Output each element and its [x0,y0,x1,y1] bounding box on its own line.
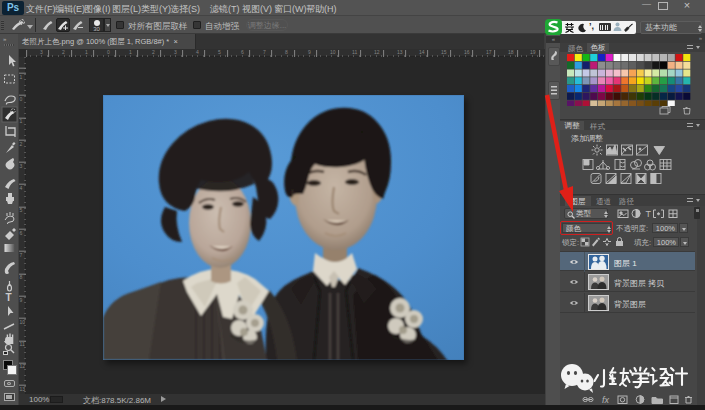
svg-text:fx: fx [602,395,610,404]
svg-text:T: T [646,209,652,219]
svg-text:T: T [6,292,12,303]
